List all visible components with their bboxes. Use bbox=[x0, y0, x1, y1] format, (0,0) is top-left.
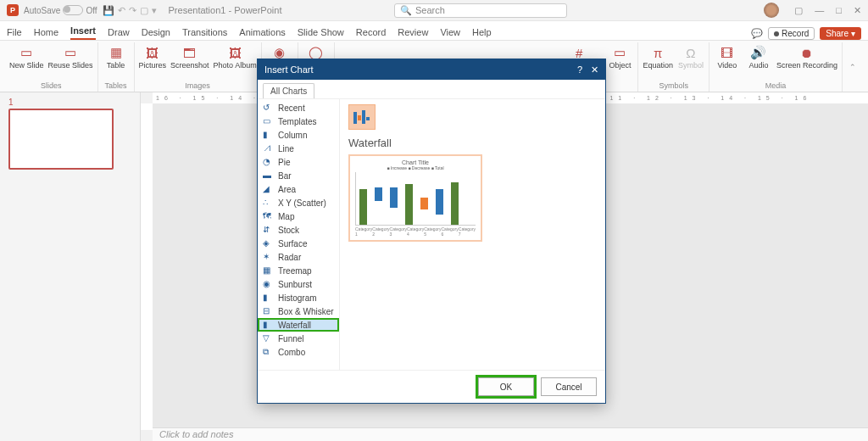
table-button[interactable]: ▦Table bbox=[103, 42, 130, 81]
ribbon-group-slides: ▭New Slide ▭Reuse Slides Slides bbox=[5, 42, 98, 92]
record-button[interactable]: Record bbox=[768, 27, 815, 40]
tab-file[interactable]: File bbox=[7, 25, 22, 40]
chart-type-templates[interactable]: ▭Templates bbox=[258, 114, 339, 128]
screenshot-button[interactable]: 🗔Screenshot bbox=[170, 42, 209, 81]
chart-type-stock[interactable]: ⇵Stock bbox=[258, 223, 339, 237]
chart-type-scatter[interactable]: ∴X Y (Scatter) bbox=[258, 196, 339, 209]
ribbon-group-symbols: πEquation ΩSymbol Symbols bbox=[638, 42, 709, 92]
radar-icon: ✶ bbox=[263, 252, 275, 262]
window-controls: ▢ — □ ✕ bbox=[794, 5, 861, 16]
comments-icon[interactable]: 💬 bbox=[751, 28, 763, 39]
autosave-toggle[interactable]: AutoSave Off bbox=[24, 5, 97, 15]
screen-recording-icon: ⏺ bbox=[798, 44, 815, 61]
tab-review[interactable]: Review bbox=[398, 25, 428, 40]
tab-draw[interactable]: Draw bbox=[108, 25, 130, 40]
surface-icon: ◈ bbox=[263, 238, 275, 248]
audio-icon: 🔊 bbox=[750, 44, 767, 61]
table-icon: ▦ bbox=[108, 44, 125, 61]
toggle-off-icon bbox=[63, 5, 83, 15]
dialog-titlebar[interactable]: Insert Chart ? ✕ bbox=[258, 59, 605, 80]
chart-type-histogram[interactable]: ▮Histogram bbox=[258, 291, 339, 304]
templates-icon: ▭ bbox=[263, 116, 275, 126]
tab-view[interactable]: View bbox=[440, 25, 460, 40]
autosave-label: AutoSave bbox=[24, 6, 60, 15]
tab-all-charts[interactable]: All Charts bbox=[263, 83, 314, 98]
chart-type-funnel[interactable]: ▽Funnel bbox=[258, 332, 339, 345]
subtype-waterfall[interactable] bbox=[348, 104, 376, 130]
account-avatar[interactable] bbox=[764, 3, 779, 18]
chart-type-recent[interactable]: ↺Recent bbox=[258, 101, 339, 114]
tab-transitions[interactable]: Transitions bbox=[182, 25, 227, 40]
symbol-button[interactable]: ΩSymbol bbox=[677, 42, 704, 81]
column-icon: ▮ bbox=[263, 130, 275, 140]
chart-type-boxwhisker[interactable]: ⊟Box & Whisker bbox=[258, 304, 339, 318]
video-button[interactable]: 🎞Video bbox=[714, 42, 741, 81]
ribbon-group-media: 🎞Video 🔊Audio ⏺Screen Recording Media bbox=[709, 42, 843, 92]
preview-x-categories: Category 1Category 2 Category 3Category … bbox=[355, 226, 476, 237]
screenshot-icon: 🗔 bbox=[181, 44, 198, 61]
recent-icon: ↺ bbox=[263, 103, 275, 113]
ribbon-tabs: File Home Insert Draw Design Transitions… bbox=[0, 21, 868, 41]
screen-recording-button[interactable]: ⏺Screen Recording bbox=[776, 42, 837, 81]
chart-type-line[interactable]: ⩘Line bbox=[258, 142, 339, 155]
notes-pane[interactable]: Click to add notes bbox=[153, 427, 868, 441]
collapse-ribbon-icon[interactable]: ⌃ bbox=[843, 42, 863, 92]
tab-insert[interactable]: Insert bbox=[70, 23, 96, 40]
title-bar: P AutoSave Off 💾 ↶ ↷ ▢ ▾ Presentation1 -… bbox=[0, 0, 868, 21]
chart-type-waterfall[interactable]: ▮Waterfall bbox=[258, 318, 339, 332]
chart-type-pie[interactable]: ◔Pie bbox=[258, 155, 339, 169]
slide-thumbnail[interactable] bbox=[8, 109, 114, 170]
save-icon[interactable]: 💾 bbox=[103, 5, 114, 16]
ribbon-display-icon[interactable]: ▢ bbox=[794, 5, 803, 16]
slideshow-icon[interactable]: ▢ bbox=[140, 5, 148, 16]
equation-button[interactable]: πEquation bbox=[643, 42, 673, 81]
chevron-down-icon: ▾ bbox=[851, 29, 855, 38]
object-button[interactable]: ▭Object bbox=[606, 42, 633, 81]
chart-type-treemap[interactable]: ▦Treemap bbox=[258, 264, 339, 277]
search-placeholder: Search bbox=[415, 5, 445, 15]
tab-slideshow[interactable]: Slide Show bbox=[298, 25, 344, 40]
ok-button[interactable]: OK bbox=[478, 377, 534, 396]
photo-album-button[interactable]: 🖼Photo Album bbox=[214, 42, 257, 81]
pictures-button[interactable]: 🖼Pictures bbox=[139, 42, 167, 81]
audio-button[interactable]: 🔊Audio bbox=[745, 42, 772, 81]
undo-icon[interactable]: ↶ bbox=[118, 5, 125, 16]
chart-type-bar[interactable]: ▬Bar bbox=[258, 169, 339, 182]
cancel-button[interactable]: Cancel bbox=[541, 377, 597, 396]
tab-animations[interactable]: Animations bbox=[239, 25, 285, 40]
dialog-title: Insert Chart bbox=[264, 64, 313, 75]
document-title: Presentation1 - PowerPoint bbox=[162, 5, 355, 15]
chart-preview[interactable]: Chart Title ■ Increase ■ Decrease ■ Tota… bbox=[348, 154, 482, 242]
chart-type-sunburst[interactable]: ◉Sunburst bbox=[258, 277, 339, 291]
redo-icon[interactable]: ↷ bbox=[129, 5, 136, 16]
new-slide-button[interactable]: ▭New Slide bbox=[9, 42, 44, 81]
chart-type-area[interactable]: ◢Area bbox=[258, 182, 339, 196]
minimize-icon[interactable]: — bbox=[815, 5, 824, 16]
new-slide-icon: ▭ bbox=[18, 44, 35, 61]
chart-type-column[interactable]: ▮Column bbox=[258, 128, 339, 142]
area-icon: ◢ bbox=[263, 184, 275, 194]
tab-record[interactable]: Record bbox=[356, 25, 386, 40]
equation-icon: π bbox=[649, 44, 666, 61]
tab-help[interactable]: Help bbox=[472, 25, 492, 40]
dialog-help-icon[interactable]: ? bbox=[577, 64, 582, 75]
close-icon[interactable]: ✕ bbox=[854, 5, 861, 16]
dialog-close-icon[interactable]: ✕ bbox=[591, 64, 598, 75]
waterfall-icon: ▮ bbox=[263, 320, 275, 330]
tab-home[interactable]: Home bbox=[34, 25, 58, 40]
chart-type-radar[interactable]: ✶Radar bbox=[258, 250, 339, 264]
chart-type-map[interactable]: 🗺Map bbox=[258, 209, 339, 223]
line-icon: ⩘ bbox=[263, 143, 275, 154]
chart-type-surface[interactable]: ◈Surface bbox=[258, 237, 339, 250]
pictures-icon: 🖼 bbox=[144, 44, 161, 61]
chart-type-combo[interactable]: ⧉Combo bbox=[258, 345, 339, 359]
maximize-icon[interactable]: □ bbox=[836, 5, 842, 16]
search-input[interactable]: 🔍 Search bbox=[394, 3, 567, 18]
preview-chart-title: Chart Title bbox=[355, 159, 476, 165]
video-icon: 🎞 bbox=[719, 44, 736, 61]
more-icon[interactable]: ▾ bbox=[152, 5, 157, 16]
record-dot-icon bbox=[774, 31, 779, 36]
share-button[interactable]: Share▾ bbox=[820, 27, 861, 40]
tab-design[interactable]: Design bbox=[142, 25, 170, 40]
reuse-slides-button[interactable]: ▭Reuse Slides bbox=[48, 42, 93, 81]
